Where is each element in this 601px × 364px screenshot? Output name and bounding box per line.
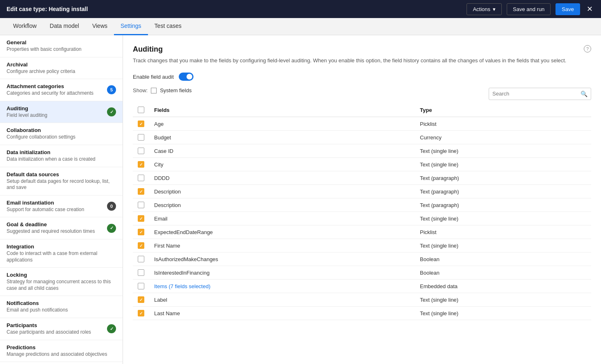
- sidebar-item-goal_deadline[interactable]: Goal & deadlineSuggested and required re…: [0, 217, 123, 239]
- sidebar-badge-auditing: ✓: [107, 107, 116, 116]
- save-button[interactable]: Save: [555, 3, 580, 15]
- search-icon: 🔍: [581, 91, 587, 97]
- sidebar-item-participants[interactable]: ParticipantsCase participants and associ…: [0, 318, 123, 340]
- header-title: Edit case type: Heating install: [7, 6, 462, 12]
- table-row: IsInterestedInFinancingBoolean: [133, 266, 591, 280]
- sidebar-item-desc-predictions: Manage predictions and associated object…: [7, 351, 116, 358]
- search-bar: 🔍: [489, 88, 591, 100]
- sidebar-item-data_initialization[interactable]: Data initializationData initialization w…: [0, 145, 123, 167]
- row-type-city: Text (single line): [415, 158, 591, 171]
- sidebar-item-predictions[interactable]: PredictionsManage predictions and associ…: [0, 340, 123, 362]
- row-link-items[interactable]: Items (7 fields selected): [154, 283, 210, 289]
- row-checkbox-label[interactable]: [138, 296, 144, 303]
- table-row: First NameText (single line): [133, 239, 591, 253]
- row-checkbox-case_id[interactable]: [138, 148, 144, 154]
- sidebar-item-collaboration[interactable]: CollaborationConfigure collaboration set…: [0, 123, 123, 145]
- sidebar-item-notifications[interactable]: NotificationsEmail and push notification…: [0, 296, 123, 318]
- table-row: BudgetCurrency: [133, 131, 591, 144]
- tabs-bar: Workflow Data model Views Settings Test …: [0, 18, 601, 35]
- row-checkbox-first_name[interactable]: [138, 242, 144, 249]
- row-type-expected_end_date_range: Picklist: [415, 225, 591, 239]
- main-layout: GeneralProperties with basic configurati…: [0, 35, 601, 364]
- table-header-select-all: [133, 103, 149, 117]
- sidebar-item-auditing[interactable]: AuditingField level auditing✓: [0, 101, 123, 123]
- sidebar-item-locking[interactable]: LockingStrategy for managing concurrent …: [0, 268, 123, 296]
- sidebar-item-title-email_instantiation: Email instantiation: [7, 200, 107, 206]
- row-checkbox-description1[interactable]: [138, 188, 144, 195]
- row-checkbox-age[interactable]: [138, 121, 144, 127]
- tab-views[interactable]: Views: [86, 18, 114, 35]
- row-checkbox-items[interactable]: [138, 283, 144, 289]
- sidebar-item-desc-participants: Case participants and associated roles: [7, 329, 107, 336]
- row-checkbox-is_interested[interactable]: [138, 269, 144, 276]
- row-checkbox-dddd[interactable]: [138, 175, 144, 181]
- sidebar-item-title-data_initialization: Data initialization: [7, 149, 116, 155]
- save-label: Save: [562, 6, 574, 12]
- table-row: DescriptionText (paragraph): [133, 185, 591, 198]
- enable-field-audit-row: Enable field audit: [133, 73, 591, 81]
- row-checkbox-expected_end_date_range[interactable]: [138, 229, 144, 235]
- tab-workflow[interactable]: Workflow: [7, 18, 43, 35]
- sidebar-item-title-default_data_sources: Default data sources: [7, 171, 116, 177]
- sidebar-item-default_data_sources[interactable]: Default data sourcesSetup default data p…: [0, 167, 123, 196]
- sidebar-item-integration[interactable]: IntegrationCode to interact with a case …: [0, 239, 123, 268]
- row-checkbox-email[interactable]: [138, 215, 144, 222]
- controls-row: Show: System fields 🔍: [133, 87, 591, 100]
- sidebar-item-email_instantiation[interactable]: Email instantiationSupport for automatic…: [0, 196, 123, 218]
- table-row: Last NameText (single line): [133, 307, 591, 320]
- content-description: Track changes that you make to the field…: [133, 57, 591, 64]
- content-area: Auditing ? Track changes that you make t…: [123, 35, 601, 364]
- close-button[interactable]: ✕: [585, 5, 594, 14]
- row-checkbox-last_name[interactable]: [138, 310, 144, 316]
- row-checkbox-budget[interactable]: [138, 134, 144, 141]
- row-name-last_name: Last Name: [149, 307, 415, 320]
- row-name-expected_end_date_range: ExpectedEndDateRange: [149, 225, 415, 239]
- enable-field-audit-label: Enable field audit: [133, 74, 174, 80]
- help-icon[interactable]: ?: [584, 45, 591, 52]
- row-checkbox-city[interactable]: [138, 161, 144, 168]
- tab-settings[interactable]: Settings: [114, 18, 148, 35]
- row-type-dddd: Text (paragraph): [415, 171, 591, 185]
- search-input[interactable]: [492, 91, 578, 97]
- fields-table: Fields Type AgePicklistBudgetCurrencyCas…: [133, 103, 591, 320]
- sidebar-item-title-attachment_categories: Attachment categories: [7, 83, 107, 89]
- enable-field-audit-toggle[interactable]: [179, 73, 194, 81]
- save-and-run-button[interactable]: Save and run: [507, 3, 551, 15]
- sidebar-badge-goal_deadline: ✓: [107, 224, 116, 233]
- sidebar-item-title-goal_deadline: Goal & deadline: [7, 221, 107, 228]
- table-row: LabelText (single line): [133, 293, 591, 307]
- row-type-last_name: Text (single line): [415, 307, 591, 320]
- system-fields-checkbox[interactable]: [151, 88, 157, 93]
- save-run-label: Save and run: [513, 6, 544, 12]
- header-title-prefix: Edit case type:: [7, 6, 49, 12]
- row-name-age: Age: [149, 117, 415, 131]
- sidebar-item-attachment_categories[interactable]: Attachment categoriesCategories and secu…: [0, 79, 123, 101]
- sidebar-item-desc-email_instantiation: Support for automatic case creation: [7, 207, 107, 213]
- row-type-case_id: Text (single line): [415, 144, 591, 158]
- actions-button[interactable]: Actions ▾: [467, 3, 502, 15]
- sidebar-item-archival[interactable]: ArchivalConfigure archive policy criteri…: [0, 57, 123, 80]
- table-row: DescriptionText (paragraph): [133, 198, 591, 212]
- row-name-city: City: [149, 158, 415, 171]
- header: Edit case type: Heating install Actions …: [0, 0, 601, 18]
- sidebar: GeneralProperties with basic configurati…: [0, 35, 123, 364]
- sidebar-item-desc-collaboration: Configure collaboration settings: [7, 134, 116, 141]
- system-fields-label: System fields: [160, 87, 191, 93]
- sidebar-item-title-notifications: Notifications: [7, 300, 116, 306]
- row-type-budget: Currency: [415, 131, 591, 144]
- sidebar-item-general[interactable]: GeneralProperties with basic configurati…: [0, 35, 123, 57]
- sidebar-item-desc-goal_deadline: Suggested and required resolution times: [7, 228, 107, 235]
- tab-data-model[interactable]: Data model: [43, 18, 86, 35]
- col-header-fields: Fields: [149, 103, 415, 117]
- show-row: Show: System fields: [133, 87, 191, 93]
- select-all-checkbox[interactable]: [138, 107, 144, 113]
- row-checkbox-is_authorized[interactable]: [138, 256, 144, 262]
- table-row: Case IDText (single line): [133, 144, 591, 158]
- row-type-description1: Text (paragraph): [415, 185, 591, 198]
- sidebar-badge-email_instantiation: 0: [107, 202, 116, 211]
- sidebar-item-desc-integration: Code to interact with a case from extern…: [7, 250, 116, 263]
- tab-test-cases[interactable]: Test cases: [148, 18, 188, 35]
- row-name-case_id: Case ID: [149, 144, 415, 158]
- row-checkbox-description2[interactable]: [138, 202, 144, 208]
- content-title-block: Auditing: [133, 45, 163, 54]
